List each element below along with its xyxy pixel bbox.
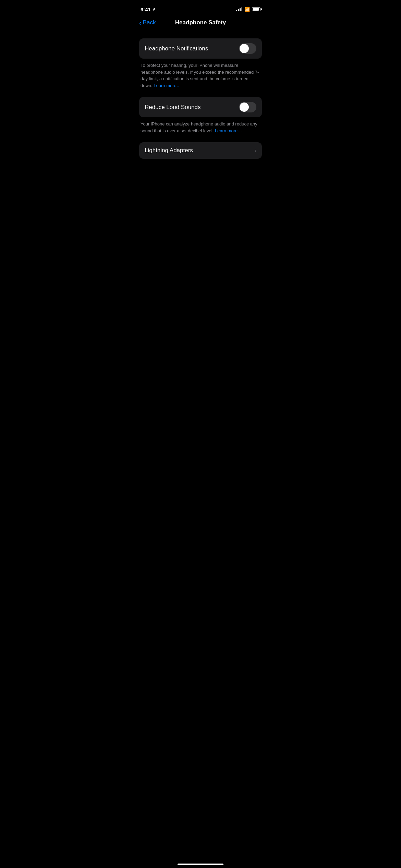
headphone-notifications-description: To protect your hearing, your iPhone wil… (139, 59, 262, 94)
lightning-adapters-label: Lightning Adapters (145, 147, 193, 154)
reduce-loud-sounds-learn-more[interactable]: Learn more… (215, 128, 242, 133)
reduce-loud-sounds-description: Your iPhone can analyze headphone audio … (139, 117, 262, 140)
reduce-loud-sounds-label: Reduce Loud Sounds (145, 104, 201, 111)
lightning-adapters-row[interactable]: Lightning Adapters › (139, 142, 262, 159)
reduce-loud-sounds-group: Reduce Loud Sounds Your iPhone can analy… (139, 97, 262, 140)
headphone-notifications-label: Headphone Notifications (145, 45, 208, 52)
battery-fill (253, 8, 259, 11)
signal-bars (236, 7, 242, 11)
lightning-adapters-group: Lightning Adapters › (139, 142, 262, 159)
reduce-loud-sounds-row: Reduce Loud Sounds (139, 97, 262, 117)
back-chevron-icon: ‹ (139, 19, 142, 26)
battery-icon (252, 7, 260, 11)
page-title: Headphone Safety (175, 19, 226, 26)
signal-bar-4 (241, 7, 242, 11)
time-display: 9:41 (141, 7, 151, 12)
signal-bar-3 (240, 8, 241, 11)
headphone-notifications-toggle[interactable] (239, 43, 256, 54)
nav-bar: ‹ Back Headphone Safety (134, 16, 267, 32)
chevron-right-icon: › (255, 147, 256, 154)
signal-bar-2 (238, 9, 239, 11)
reduce-loud-sounds-toggle[interactable] (239, 102, 256, 112)
back-label: Back (143, 19, 156, 26)
toggle-knob-2 (240, 103, 249, 112)
signal-bar-1 (236, 10, 237, 11)
back-button[interactable]: ‹ Back (139, 19, 156, 26)
headphone-notifications-group: Headphone Notifications To protect your … (139, 38, 262, 94)
status-time: 9:41 ⇗ (141, 7, 155, 12)
location-icon: ⇗ (152, 7, 155, 12)
headphone-notifications-row: Headphone Notifications (139, 38, 262, 59)
toggle-knob (240, 44, 249, 53)
content: Headphone Notifications To protect your … (134, 32, 267, 168)
status-bar: 9:41 ⇗ 📶 (134, 0, 267, 16)
headphone-notifications-learn-more[interactable]: Learn more… (154, 83, 181, 88)
wifi-icon: 📶 (244, 7, 250, 12)
status-right-icons: 📶 (236, 7, 260, 12)
